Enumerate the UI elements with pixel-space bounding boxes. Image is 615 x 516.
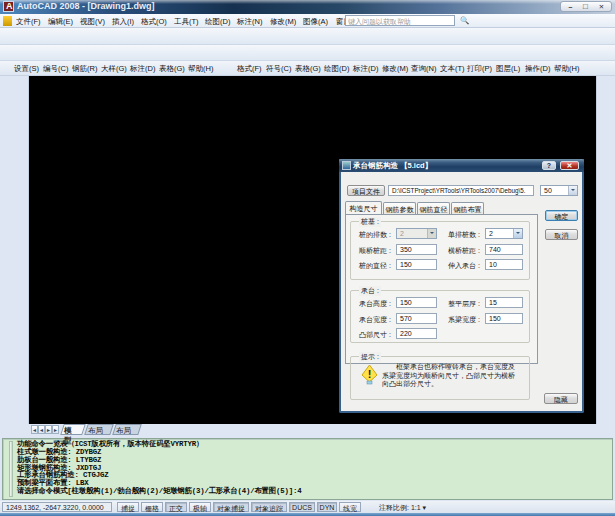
svg-text:!: ! xyxy=(368,368,372,380)
